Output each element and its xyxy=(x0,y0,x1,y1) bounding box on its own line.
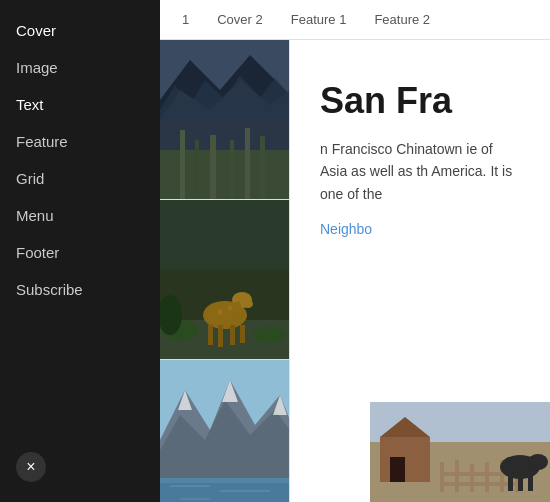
thumbnail-column xyxy=(160,40,290,502)
thumbnail-1[interactable] xyxy=(160,40,289,200)
sidebar: Cover Image Text Feature Grid Menu Foote… xyxy=(0,0,160,502)
svg-rect-58 xyxy=(528,476,533,491)
sidebar-item-label: Text xyxy=(16,96,44,113)
thumbnail-image-1 xyxy=(160,40,289,200)
svg-point-24 xyxy=(217,309,223,315)
svg-rect-6 xyxy=(195,140,199,200)
svg-rect-50 xyxy=(485,462,489,492)
tab-feature1[interactable]: Feature 1 xyxy=(277,0,361,40)
svg-rect-4 xyxy=(160,150,289,200)
svg-rect-9 xyxy=(245,128,250,200)
svg-rect-8 xyxy=(230,140,234,200)
content-area: San Fra n Francisco Chinatown ie of Asia… xyxy=(160,40,550,502)
tab-cover2[interactable]: Cover 2 xyxy=(203,0,277,40)
tabs-bar: 1 Cover 2 Feature 1 Feature 2 xyxy=(160,0,550,40)
svg-rect-49 xyxy=(470,464,474,492)
sidebar-item-label: Image xyxy=(16,59,58,76)
svg-rect-47 xyxy=(440,462,444,492)
svg-point-59 xyxy=(528,454,548,470)
thumbnail-image-3 xyxy=(160,360,289,502)
svg-rect-21 xyxy=(240,325,245,343)
svg-rect-38 xyxy=(170,485,210,487)
tab-feature2[interactable]: Feature 2 xyxy=(360,0,444,40)
sidebar-item-text[interactable]: Text xyxy=(0,86,160,123)
bottom-image-svg xyxy=(370,402,550,502)
sidebar-item-label: Cover xyxy=(16,22,56,39)
sidebar-item-menu[interactable]: Menu xyxy=(0,197,160,234)
sidebar-item-label: Footer xyxy=(16,244,59,261)
sidebar-item-label: Subscribe xyxy=(16,281,83,298)
tab-cover1[interactable]: 1 xyxy=(168,0,203,40)
svg-point-25 xyxy=(228,306,233,311)
svg-rect-18 xyxy=(208,325,213,345)
preview-area: San Fra n Francisco Chinatown ie of Asia… xyxy=(290,40,550,502)
preview-body-text: n Francisco Chinatown ie of Asia as well… xyxy=(320,138,520,205)
svg-rect-39 xyxy=(220,490,270,492)
sidebar-item-footer[interactable]: Footer xyxy=(0,234,160,271)
sidebar-item-image[interactable]: Image xyxy=(0,49,160,86)
preview-content: San Fra n Francisco Chinatown ie of Asia… xyxy=(290,40,550,257)
sidebar-item-subscribe[interactable]: Subscribe xyxy=(0,271,160,308)
svg-point-23 xyxy=(243,300,253,308)
main-content: 1 Cover 2 Feature 1 Feature 2 xyxy=(160,0,550,502)
svg-rect-37 xyxy=(160,478,289,483)
svg-rect-57 xyxy=(518,477,523,491)
svg-rect-10 xyxy=(260,136,265,200)
thumbnail-2[interactable] xyxy=(160,200,289,360)
svg-rect-13 xyxy=(160,200,289,270)
svg-point-27 xyxy=(254,327,286,343)
thumbnail-3[interactable] xyxy=(160,360,289,502)
sidebar-item-label: Menu xyxy=(16,207,54,224)
svg-rect-5 xyxy=(180,130,185,200)
svg-rect-7 xyxy=(210,135,216,200)
svg-rect-19 xyxy=(218,325,223,347)
preview-title: San Fra xyxy=(320,80,520,122)
sidebar-item-cover[interactable]: Cover xyxy=(0,12,160,49)
svg-rect-56 xyxy=(508,476,513,491)
sidebar-item-label: Feature xyxy=(16,133,68,150)
sidebar-item-label: Grid xyxy=(16,170,44,187)
thumbnail-image-2 xyxy=(160,200,289,360)
preview-link[interactable]: Neighbo xyxy=(320,221,520,237)
close-button[interactable]: × xyxy=(16,452,46,482)
svg-rect-20 xyxy=(230,325,235,345)
svg-rect-40 xyxy=(180,498,210,500)
svg-rect-46 xyxy=(390,457,405,482)
sidebar-item-feature[interactable]: Feature xyxy=(0,123,160,160)
preview-bottom-image xyxy=(370,402,550,502)
close-icon: × xyxy=(26,458,35,476)
sidebar-item-grid[interactable]: Grid xyxy=(0,160,160,197)
